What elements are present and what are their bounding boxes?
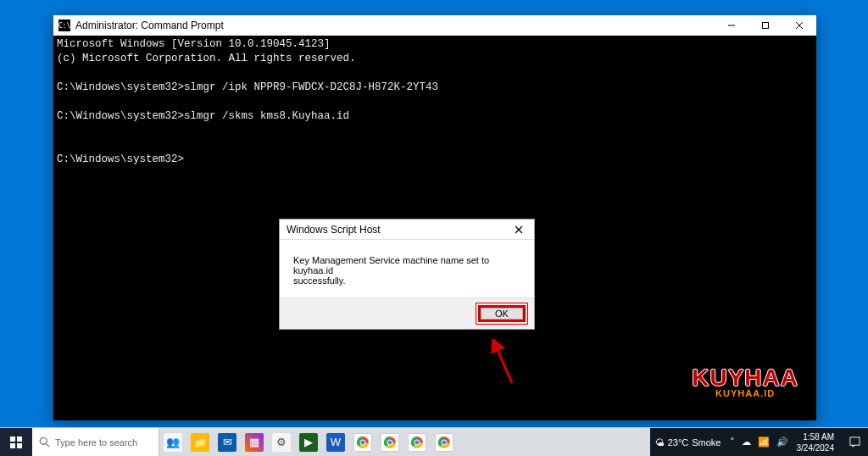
- weather-widget[interactable]: 🌤 23°C Smoke: [655, 437, 721, 448]
- svg-rect-7: [10, 437, 15, 442]
- tray-icons: ˄ ☁ 📶 🔊: [730, 437, 788, 448]
- taskbar-chrome-4[interactable]: [431, 428, 458, 457]
- minimize-button[interactable]: [715, 15, 748, 36]
- taskbar-app-7[interactable]: W: [322, 428, 349, 457]
- svg-point-11: [40, 437, 47, 444]
- start-button[interactable]: [0, 428, 32, 456]
- dialog-body: Key Management Service machine name set …: [280, 240, 534, 298]
- svg-rect-25: [849, 437, 859, 445]
- svg-point-18: [387, 440, 392, 445]
- system-tray: 🌤 23°C Smoke ˄ ☁ 📶 🔊 1:58 AM 3/24/2024: [650, 428, 868, 456]
- dialog-message-line: successfully.: [293, 275, 520, 286]
- svg-rect-1: [763, 23, 769, 29]
- taskbar-app-4[interactable]: ▦: [241, 428, 268, 457]
- dialog-message-line: Key Management Service machine name set …: [293, 255, 520, 275]
- cmd-title-text: Administrator: Command Prompt: [75, 19, 715, 31]
- script-host-dialog: Windows Script Host Key Management Servi…: [279, 219, 535, 330]
- dialog-footer: OK: [280, 298, 534, 329]
- search-placeholder: Type here to search: [55, 437, 137, 448]
- svg-point-24: [442, 440, 447, 445]
- svg-point-15: [360, 440, 365, 445]
- ok-button[interactable]: OK: [478, 305, 526, 322]
- tray-chevron-up-icon[interactable]: ˄: [730, 437, 735, 448]
- notification-center-icon[interactable]: [846, 437, 863, 448]
- weather-icon: 🌤: [655, 437, 665, 448]
- clock-time: 1:58 AM: [797, 431, 835, 442]
- svg-point-21: [415, 440, 420, 445]
- maximize-button[interactable]: [748, 15, 782, 36]
- dialog-titlebar[interactable]: Windows Script Host: [280, 220, 534, 240]
- task-icons: 👥 📁 ✉ ▦ ⚙ ▶ W: [159, 428, 458, 456]
- taskbar-app-2[interactable]: 📁: [186, 428, 214, 457]
- cmd-line: C:\Windows\system32>slmgr /skms kms8.Kuy…: [57, 110, 349, 122]
- cmd-line: C:\Windows\system32>: [57, 153, 184, 165]
- search-icon: [39, 437, 50, 448]
- svg-rect-8: [17, 437, 22, 442]
- tray-onedrive-icon[interactable]: ☁: [742, 437, 751, 448]
- taskbar-app-6[interactable]: ▶: [295, 428, 322, 457]
- svg-line-12: [47, 444, 50, 448]
- clock[interactable]: 1:58 AM 3/24/2024: [797, 431, 838, 453]
- taskbar-chrome-3[interactable]: [403, 428, 431, 457]
- cmd-line: Microsoft Windows [Version 10.0.19045.41…: [57, 38, 331, 50]
- taskbar-app-3[interactable]: ✉: [214, 428, 241, 457]
- taskbar-chrome-2[interactable]: [376, 428, 403, 457]
- cmd-window: C:\ Administrator: Command Prompt Micros…: [53, 15, 816, 420]
- cmd-line: (c) Microsoft Corporation. All rights re…: [57, 53, 356, 64]
- clock-date: 3/24/2024: [797, 442, 835, 453]
- weather-cond: Smoke: [692, 437, 721, 448]
- cmd-line: C:\Windows\system32>slmgr /ipk NPPR9-FWD…: [57, 81, 438, 93]
- dialog-title: Windows Script Host: [287, 224, 504, 236]
- tray-network-icon[interactable]: 📶: [758, 437, 770, 448]
- taskbar: Type here to search 👥 📁 ✉ ▦ ⚙ ▶ W 🌤 23°C…: [0, 427, 868, 456]
- taskbar-app-1[interactable]: 👥: [159, 428, 186, 457]
- search-box[interactable]: Type here to search: [32, 428, 159, 456]
- dialog-close-button[interactable]: [504, 220, 534, 240]
- cmd-titlebar[interactable]: C:\ Administrator: Command Prompt: [53, 15, 816, 36]
- weather-temp: 23°C: [668, 437, 689, 448]
- close-button[interactable]: [782, 15, 816, 36]
- taskbar-chrome-1[interactable]: [349, 428, 376, 457]
- taskbar-app-5[interactable]: ⚙: [268, 428, 295, 457]
- tray-volume-icon[interactable]: 🔊: [776, 437, 788, 448]
- cmd-icon: C:\: [58, 19, 70, 31]
- svg-rect-9: [10, 443, 15, 448]
- svg-rect-10: [17, 443, 22, 448]
